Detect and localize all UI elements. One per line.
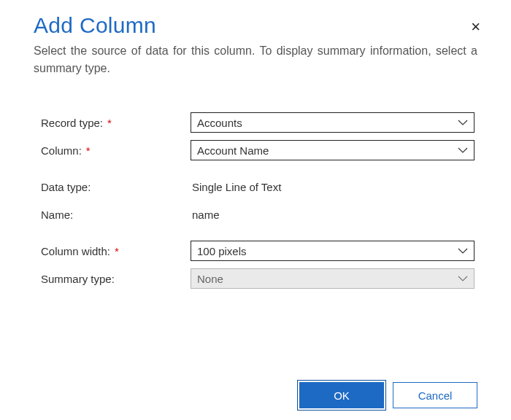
data-type-value: Single Line of Text bbox=[191, 181, 474, 193]
select-value: 100 pixels bbox=[197, 245, 247, 257]
select-value: Accounts bbox=[197, 117, 242, 129]
summary-type-select: None bbox=[191, 268, 474, 289]
close-icon: × bbox=[471, 18, 480, 36]
label-column: Column: * bbox=[41, 144, 191, 157]
name-value: name bbox=[191, 209, 474, 221]
record-type-select[interactable]: Accounts bbox=[191, 112, 474, 133]
label-data-type: Data type: bbox=[41, 181, 191, 193]
row-record-type: Record type: * Accounts bbox=[41, 112, 474, 133]
label-text: Summary type: bbox=[41, 273, 115, 285]
label-summary-type: Summary type: bbox=[41, 273, 191, 285]
row-summary-type: Summary type: None bbox=[41, 268, 474, 289]
select-value: Account Name bbox=[197, 144, 269, 157]
chevron-down-icon bbox=[458, 248, 468, 254]
required-marker: * bbox=[107, 117, 112, 129]
close-button[interactable]: × bbox=[471, 19, 480, 35]
label-column-width: Column width: * bbox=[41, 245, 191, 257]
column-select[interactable]: Account Name bbox=[191, 140, 474, 160]
dialog-subtitle: Select the source of data for this colum… bbox=[34, 42, 477, 77]
column-width-select[interactable]: 100 pixels bbox=[191, 241, 474, 261]
form: Record type: * Accounts Column: * Ac bbox=[34, 112, 477, 289]
label-text: Name: bbox=[41, 209, 73, 221]
select-value: None bbox=[197, 273, 223, 285]
label-text: Data type: bbox=[41, 181, 91, 193]
add-column-dialog: × Add Column Select the source of data f… bbox=[0, 0, 511, 420]
ok-button[interactable]: OK bbox=[299, 382, 384, 408]
required-marker: * bbox=[86, 144, 91, 157]
label-text: Column width: bbox=[41, 245, 110, 257]
chevron-down-icon bbox=[458, 276, 468, 281]
label-text: Column: bbox=[41, 144, 82, 157]
label-record-type: Record type: * bbox=[41, 117, 191, 129]
dialog-title: Add Column bbox=[34, 13, 477, 38]
cancel-button[interactable]: Cancel bbox=[393, 382, 477, 408]
row-name: Name: name bbox=[41, 204, 474, 225]
label-text: Record type: bbox=[41, 117, 103, 129]
row-column-width: Column width: * 100 pixels bbox=[41, 241, 474, 261]
chevron-down-icon bbox=[458, 120, 468, 125]
label-name: Name: bbox=[41, 209, 191, 221]
row-column: Column: * Account Name bbox=[41, 140, 474, 160]
chevron-down-icon bbox=[458, 147, 468, 153]
dialog-footer: OK Cancel bbox=[299, 382, 477, 408]
row-data-type: Data type: Single Line of Text bbox=[41, 176, 474, 197]
required-marker: * bbox=[115, 245, 119, 257]
